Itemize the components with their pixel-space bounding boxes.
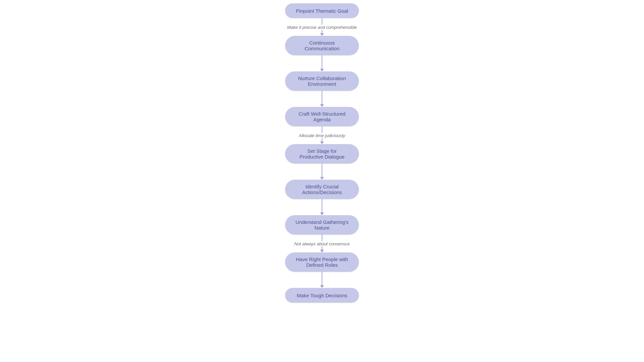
node-nurture[interactable]: Nurture Collaboration Environment	[285, 71, 359, 91]
connector-line-1	[322, 18, 322, 25]
connector-2	[320, 55, 324, 71]
connector-6	[320, 199, 324, 215]
connector-label-4: Allocate time judiciously	[299, 133, 345, 138]
connector-arrow-3	[320, 104, 324, 107]
connector-arrow-2	[320, 69, 324, 71]
flowchart: Pinpoint Thematic Goal Make it precise a…	[255, 0, 389, 303]
connector-arrow-8	[320, 285, 324, 288]
connector-8	[320, 272, 324, 288]
connector-line-7a	[322, 235, 322, 241]
node-understand[interactable]: Understand Gathering's Nature	[285, 215, 359, 235]
connector-1: Make it precise and comprehensible	[287, 18, 357, 36]
connector-line-2	[322, 55, 322, 69]
connector-line-4b	[322, 138, 322, 141]
node-have-right[interactable]: Have Right People with Defined Roles	[285, 252, 359, 272]
node-make-tough[interactable]: Make Tough Decisions	[285, 288, 359, 303]
connector-3	[320, 91, 324, 107]
node-identify[interactable]: Identify Crucial Actions/Decisions	[285, 180, 359, 199]
connector-line-1b	[322, 30, 322, 33]
connector-4: Allocate time judiciously	[299, 126, 345, 144]
connector-line-5	[322, 164, 322, 177]
node-pinpoint[interactable]: Pinpoint Thematic Goal	[285, 3, 359, 18]
connector-5	[320, 164, 324, 180]
connector-arrow-7	[320, 250, 324, 252]
connector-label-1: Make it precise and comprehensible	[287, 25, 357, 30]
connector-7: Not always about consensus	[294, 235, 350, 252]
connector-arrow-1	[320, 33, 324, 36]
connector-line-8	[322, 272, 322, 285]
connector-line-7b	[322, 246, 322, 250]
connector-arrow-4	[320, 141, 324, 144]
node-craft[interactable]: Craft Well-Structured Agenda	[285, 107, 359, 126]
connector-arrow-5	[320, 177, 324, 180]
connector-label-7: Not always about consensus	[294, 241, 350, 246]
node-continuous[interactable]: Continuous Communication	[285, 36, 359, 55]
connector-arrow-6	[320, 213, 324, 215]
node-set-stage[interactable]: Set Stage for Productive Dialogue	[285, 144, 359, 164]
connector-line-3	[322, 91, 322, 104]
connector-line-6	[322, 199, 322, 213]
connector-line-4a	[322, 126, 322, 133]
